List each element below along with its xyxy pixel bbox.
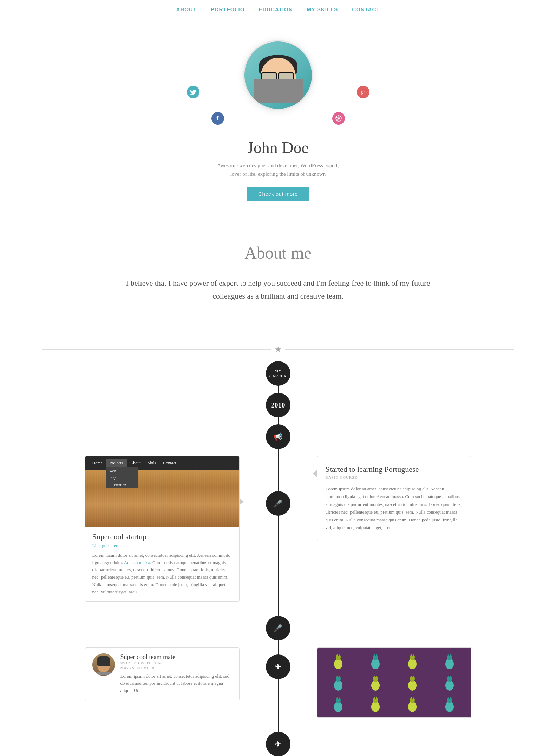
dropdown-web: web xyxy=(106,467,138,474)
svg-rect-25 xyxy=(412,675,413,677)
teammate-period: MAY - SEPTEMBER xyxy=(120,666,232,670)
year-2010-circle: 2010 xyxy=(266,393,290,417)
card-nav-projects: Projects web logo illustration xyxy=(106,459,127,467)
nav-about[interactable]: ABOUT xyxy=(176,6,197,12)
portuguese-card-content: Started to learning Portuguese BASIC COU… xyxy=(317,456,471,540)
startup-card-content: Supercool startup Link goes here Lorem i… xyxy=(85,527,239,601)
check-out-more-button[interactable]: Check out more xyxy=(247,187,309,201)
about-quote: I believe that I have power of expert to… xyxy=(120,276,436,303)
portuguese-card: Started to learning Portuguese BASIC COU… xyxy=(317,456,471,541)
divider-right xyxy=(285,349,514,350)
card-nav-skils: Skils xyxy=(144,459,160,467)
nav-contact[interactable]: CONTACT xyxy=(352,6,380,12)
svg-rect-7 xyxy=(338,654,339,656)
pear-12 xyxy=(432,694,467,714)
portuguese-text: Lorem ipsum dolor sit amet, consectetuer… xyxy=(326,485,463,532)
card-nav-contact: Contact xyxy=(160,459,180,467)
avatar-illustration xyxy=(254,47,303,103)
facebook-icon[interactable]: f xyxy=(211,112,224,125)
startup-link[interactable]: Link goes here xyxy=(92,543,232,548)
dribbble-icon[interactable] xyxy=(332,112,345,125)
svg-rect-16 xyxy=(449,654,450,656)
pear-5 xyxy=(321,673,356,692)
pear-6 xyxy=(358,673,393,692)
card-nav-dropdown: web logo illustration xyxy=(106,467,138,488)
career-circle: MY CAREER xyxy=(266,361,290,386)
plane-circle: ✈ xyxy=(266,654,290,679)
svg-rect-28 xyxy=(449,675,450,677)
timeline-center-mic: 🎤 xyxy=(261,456,296,602)
card-nav-home: Home xyxy=(89,459,106,467)
portuguese-card-wrapper: Started to learning Portuguese BASIC COU… xyxy=(296,456,471,602)
teammate-info: Super cool team mate WORKED WITH HIM MAY… xyxy=(120,653,232,695)
hero-section: g+ f John Doe Awesome web designer and d… xyxy=(0,19,556,215)
svg-rect-22 xyxy=(375,675,376,677)
navigation: ABOUT PORTFOLIO EDUCATION MY SKILLS CONT… xyxy=(0,0,556,19)
pear-2 xyxy=(358,651,393,671)
startup-card-image: Home Projects web logo illustration Abou… xyxy=(85,456,239,527)
svg-point-3 xyxy=(97,656,110,663)
hero-name: John Doe xyxy=(247,138,309,157)
megaphone-circle: 📢 xyxy=(266,424,290,449)
svg-rect-34 xyxy=(375,697,376,699)
nav-education[interactable]: EDUCATION xyxy=(259,6,293,12)
about-section: About me I believe that I have power of … xyxy=(0,215,556,345)
bottom-circle-1: ✈ xyxy=(266,732,290,756)
startup-card: Home Projects web logo illustration Abou… xyxy=(85,456,240,602)
avatar-wrapper: g+ f xyxy=(243,40,313,110)
teammate-avatar xyxy=(92,653,115,676)
svg-rect-19 xyxy=(338,675,339,677)
pattern-card: // Will be rendered via template below xyxy=(317,647,471,718)
card-nav-about: About xyxy=(127,459,144,467)
avatar xyxy=(243,40,313,110)
timeline-row-2: Super cool team mate WORKED WITH HIM MAY… xyxy=(42,647,514,718)
megaphone-node: 📢 xyxy=(42,417,514,449)
timeline-section: ★ MY CAREER 2010 📢 xyxy=(0,345,556,756)
svg-rect-40 xyxy=(449,697,450,699)
svg-rect-31 xyxy=(338,697,339,699)
googleplus-icon[interactable]: g+ xyxy=(357,86,369,98)
pear-10 xyxy=(358,694,393,714)
timeline-center-plane: ✈ xyxy=(261,647,296,718)
nav-portfolio[interactable]: PORTFOLIO xyxy=(211,6,245,12)
card-nav-bar: Home Projects web logo illustration Abou… xyxy=(85,456,239,470)
bottom-node-1: ✈ xyxy=(42,728,514,756)
startup-inline-link[interactable]: Aenean massa xyxy=(124,560,150,565)
portuguese-subtitle: BASIC COURSE xyxy=(326,475,463,480)
pear-7 xyxy=(395,673,430,692)
about-heading: About me xyxy=(70,243,486,262)
pear-3 xyxy=(395,651,430,671)
startup-text: Lorem ipsum dolor sit amet, consectetuer… xyxy=(92,552,232,596)
timeline-row-1: Home Projects web logo illustration Abou… xyxy=(42,456,514,602)
year-2010-node: 2010 xyxy=(42,386,514,417)
teammate-wrapper: Super cool team mate WORKED WITH HIM MAY… xyxy=(85,647,261,718)
teammate-name: Super cool team mate xyxy=(120,653,232,661)
portuguese-title: Started to learning Portuguese xyxy=(326,465,463,474)
pattern-card-wrapper: // Will be rendered via template below xyxy=(296,647,471,718)
pear-11 xyxy=(395,694,430,714)
divider-left xyxy=(42,349,271,350)
pear-8 xyxy=(432,673,467,692)
svg-rect-10 xyxy=(375,654,376,656)
hero-subtitle: Awesome web designer and developer, Word… xyxy=(211,161,345,178)
teammate-text: Lorem ipsum dolor sit amet, consectetur … xyxy=(120,673,232,695)
teammate-tag: WORKED WITH HIM xyxy=(120,661,232,665)
svg-rect-37 xyxy=(412,697,413,699)
pear-1 xyxy=(321,651,356,671)
startup-title: Supercool startup xyxy=(92,532,232,541)
second-icon-node: 🎤 xyxy=(42,612,514,640)
second-icon-circle: 🎤 xyxy=(266,616,290,640)
dropdown-logo: logo xyxy=(106,474,138,481)
startup-card-wrapper: Home Projects web logo illustration Abou… xyxy=(85,456,261,602)
teammate-card: Super cool team mate WORKED WITH HIM MAY… xyxy=(85,647,240,700)
career-node: MY CAREER xyxy=(42,354,514,386)
pear-9 xyxy=(321,694,356,714)
portuguese-inline-link[interactable]: Aenean massa xyxy=(377,494,403,499)
twitter-icon[interactable] xyxy=(187,86,199,98)
svg-rect-13 xyxy=(412,654,413,656)
pear-4 xyxy=(432,651,467,671)
timeline-divider: ★ xyxy=(42,345,514,354)
svg-rect-4 xyxy=(97,672,111,675)
nav-skills[interactable]: MY SKILLS xyxy=(307,6,338,12)
star-icon: ★ xyxy=(275,345,282,354)
